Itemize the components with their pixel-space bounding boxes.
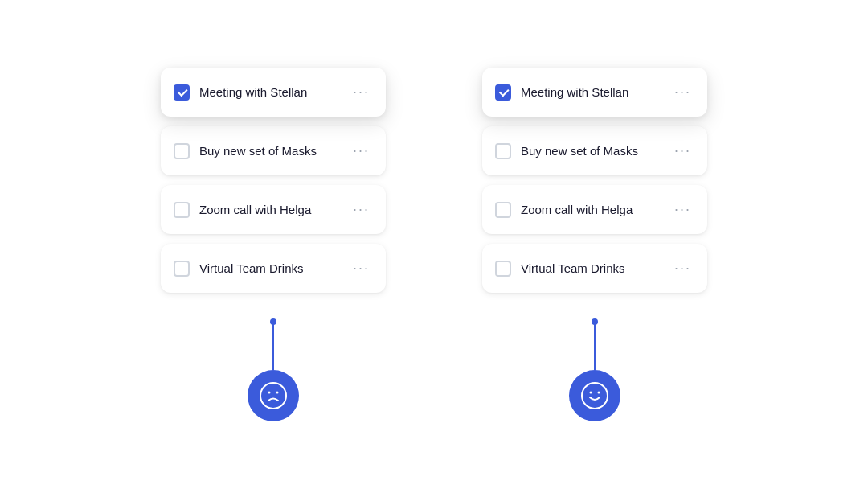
right-panel: Meeting with Stellan ··· Buy new set of …	[482, 68, 707, 421]
svg-point-2	[276, 392, 279, 394]
svg-point-1	[268, 392, 271, 394]
avatar-line-left	[272, 322, 274, 370]
more-btn-meeting-stellan-left[interactable]: ···	[350, 82, 373, 102]
sad-face-icon	[259, 381, 288, 410]
checkbox-zoom-helga-left[interactable]	[174, 202, 190, 218]
more-btn-meeting-stellan-right[interactable]: ···	[671, 82, 694, 102]
todo-item-zoom-helga-right: Zoom call with Helga ···	[482, 185, 707, 234]
todo-item-meeting-stellan-right: Meeting with Stellan ···	[482, 68, 707, 117]
happy-face-icon	[580, 381, 609, 410]
checkbox-meeting-stellan-left[interactable]	[174, 84, 190, 101]
sad-avatar-section	[161, 318, 386, 421]
main-container: Meeting with Stellan ··· Buy new set of …	[161, 68, 707, 421]
svg-point-4	[590, 392, 592, 394]
todo-label-meeting-stellan-left: Meeting with Stellan	[199, 85, 340, 99]
todo-item-buy-masks-right: Buy new set of Masks ···	[482, 126, 707, 175]
checkbox-zoom-helga-right[interactable]	[495, 202, 511, 218]
checkbox-buy-masks-right[interactable]	[495, 143, 511, 159]
more-btn-buy-masks-right[interactable]: ···	[671, 141, 694, 161]
todo-label-zoom-helga-right: Zoom call with Helga	[521, 203, 661, 216]
more-btn-buy-masks-left[interactable]: ···	[350, 141, 373, 161]
svg-point-0	[260, 383, 286, 409]
svg-point-3	[582, 383, 608, 409]
todo-label-buy-masks-left: Buy new set of Masks	[199, 144, 340, 158]
todo-item-virtual-drinks-left: Virtual Team Drinks ···	[161, 244, 386, 293]
sad-avatar[interactable]	[248, 370, 299, 421]
todo-item-meeting-stellan-left: Meeting with Stellan ···	[161, 68, 386, 117]
todo-label-zoom-helga-left: Zoom call with Helga	[199, 203, 340, 216]
todo-label-virtual-drinks-right: Virtual Team Drinks	[521, 261, 661, 275]
left-panel: Meeting with Stellan ··· Buy new set of …	[161, 68, 386, 421]
checkbox-virtual-drinks-left[interactable]	[174, 261, 190, 277]
happy-avatar-section	[482, 318, 707, 421]
todo-item-buy-masks-left: Buy new set of Masks ···	[161, 126, 386, 175]
more-btn-zoom-helga-right[interactable]: ···	[671, 199, 694, 220]
checkbox-meeting-stellan-right[interactable]	[495, 84, 511, 101]
svg-point-5	[598, 392, 600, 394]
avatar-line-right	[594, 322, 596, 370]
todo-item-virtual-drinks-right: Virtual Team Drinks ···	[482, 244, 707, 293]
checkbox-buy-masks-left[interactable]	[174, 143, 190, 159]
more-btn-virtual-drinks-right[interactable]: ···	[671, 258, 694, 278]
checkbox-virtual-drinks-right[interactable]	[495, 261, 511, 277]
todo-label-virtual-drinks-left: Virtual Team Drinks	[199, 261, 340, 275]
todo-label-buy-masks-right: Buy new set of Masks	[521, 144, 661, 158]
todo-label-meeting-stellan-right: Meeting with Stellan	[521, 85, 661, 99]
todo-item-zoom-helga-left: Zoom call with Helga ···	[161, 185, 386, 234]
more-btn-virtual-drinks-left[interactable]: ···	[350, 258, 373, 278]
more-btn-zoom-helga-left[interactable]: ···	[350, 199, 373, 220]
happy-avatar[interactable]	[569, 370, 620, 421]
